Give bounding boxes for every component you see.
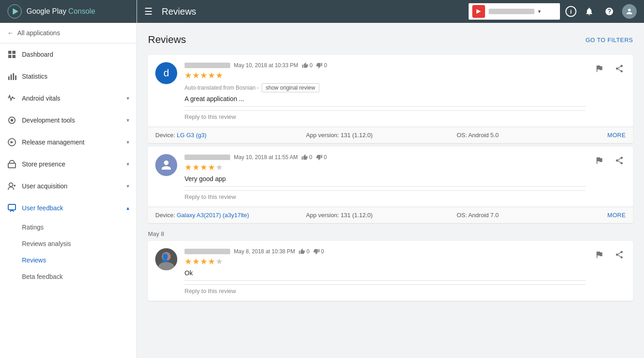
sidebar-item-label: User acquisition bbox=[22, 182, 68, 190]
translation-note: Auto-translated from Bosnian - show orig… bbox=[185, 83, 586, 92]
app-icon bbox=[472, 5, 485, 18]
sidebar-item-release-management[interactable]: Release management ▾ bbox=[0, 131, 137, 153]
review-body: d May 10, 2018 at 10:33 PM 0 bbox=[148, 55, 633, 127]
flag-button[interactable] bbox=[593, 248, 606, 263]
more-button[interactable]: MORE bbox=[607, 212, 626, 219]
thumbs-down-vote: 0 bbox=[316, 154, 327, 160]
date-separator: May 8 bbox=[148, 230, 633, 237]
svg-rect-8 bbox=[13, 73, 14, 80]
review-actions bbox=[593, 248, 626, 263]
avatar bbox=[155, 154, 177, 176]
review-footer: Device: LG G3 (g3) App version: 131 (1.1… bbox=[148, 127, 633, 143]
flag-button[interactable] bbox=[593, 154, 606, 169]
sidebar-item-store-presence[interactable]: Store presence ▾ bbox=[0, 153, 137, 175]
chevron-up-icon: ▴ bbox=[127, 205, 129, 211]
sidebar-item-development-tools[interactable]: Development tools ▾ bbox=[0, 109, 137, 131]
flag-button[interactable] bbox=[593, 62, 606, 77]
svg-marker-1 bbox=[13, 8, 18, 15]
svg-rect-14 bbox=[8, 163, 16, 168]
star-rating: ★★★★★ bbox=[185, 162, 586, 172]
statistics-icon bbox=[7, 72, 16, 81]
sidebar-item-label: Android vitals bbox=[22, 95, 60, 102]
play-store-logo bbox=[7, 4, 22, 19]
star-rating: ★★★★★ bbox=[185, 70, 586, 80]
svg-point-11 bbox=[11, 119, 13, 122]
review-card: 👤 May 8, 2018 at 10:38 PM 0 bbox=[148, 241, 633, 301]
review-date: May 10, 2018 at 10:33 PM bbox=[234, 62, 298, 69]
review-body: May 10, 2018 at 11:55 AM 0 0 bbox=[148, 147, 633, 207]
sidebar-item-user-acquisition[interactable]: User acquisition ▾ bbox=[0, 175, 137, 197]
dropdown-arrow-icon: ▾ bbox=[538, 8, 541, 15]
sidebar-item-label: Dashboard bbox=[22, 51, 53, 58]
reply-link[interactable]: Reply to this review bbox=[185, 190, 586, 203]
sidebar-subitem-reviews-analysis[interactable]: Reviews analysis bbox=[22, 235, 137, 252]
device-info: Device: Galaxy A3(2017) (a3y17lte) bbox=[155, 212, 306, 219]
review-actions bbox=[593, 62, 626, 77]
go-to-filters-link[interactable]: GO TO FILTERS bbox=[586, 37, 633, 43]
svg-rect-2 bbox=[8, 51, 11, 54]
sidebar-item-label: User feedback bbox=[22, 204, 63, 212]
user-feedback-icon bbox=[7, 203, 16, 213]
device-link[interactable]: LG G3 (g3) bbox=[177, 132, 206, 139]
sidebar-header: Google Play Console bbox=[0, 0, 137, 23]
review-top: May 10, 2018 at 11:55 AM 0 0 bbox=[155, 154, 626, 203]
review-text: Very good app bbox=[185, 175, 586, 182]
reviewer-name-blur bbox=[185, 63, 230, 68]
svg-rect-6 bbox=[8, 76, 10, 80]
svg-rect-16 bbox=[8, 204, 16, 210]
dev-tools-icon bbox=[7, 116, 16, 125]
reply-link[interactable]: Reply to this review bbox=[185, 110, 586, 123]
review-content: May 10, 2018 at 10:33 PM 0 0 bbox=[185, 62, 586, 123]
review-card: d May 10, 2018 at 10:33 PM 0 bbox=[148, 55, 633, 143]
help-icon[interactable] bbox=[602, 4, 617, 19]
svg-point-15 bbox=[9, 183, 13, 187]
user-feedback-subitems: Ratings Reviews analysis Reviews Beta fe… bbox=[0, 219, 137, 285]
sidebar-item-android-vitals[interactable]: Android vitals ▾ bbox=[0, 87, 137, 109]
review-meta: May 10, 2018 at 10:33 PM 0 0 bbox=[185, 62, 586, 69]
show-original-button[interactable]: show original review bbox=[262, 83, 319, 92]
review-meta: May 8, 2018 at 10:38 PM 0 0 bbox=[185, 248, 586, 255]
sidebar-item-label: Store presence bbox=[22, 160, 65, 168]
menu-icon[interactable]: ☰ bbox=[144, 6, 153, 17]
review-votes: 0 0 bbox=[301, 154, 327, 160]
chevron-down-icon: ▾ bbox=[127, 139, 129, 145]
user-avatar[interactable] bbox=[622, 4, 637, 19]
review-text: A great application ... bbox=[185, 95, 586, 102]
sidebar-item-user-feedback[interactable]: User feedback ▴ bbox=[0, 197, 137, 219]
share-button[interactable] bbox=[613, 62, 626, 77]
chevron-down-icon: ▾ bbox=[127, 117, 129, 123]
review-text: Ok bbox=[185, 269, 586, 277]
android-vitals-icon bbox=[7, 94, 16, 103]
reply-link[interactable]: Reply to this review bbox=[185, 284, 586, 297]
info-icon[interactable]: i bbox=[565, 6, 576, 17]
more-button[interactable]: MORE bbox=[607, 132, 626, 139]
sidebar-item-statistics[interactable]: Statistics bbox=[0, 65, 137, 87]
thumbs-up-vote: 0 bbox=[302, 62, 313, 69]
back-to-all-apps[interactable]: ← All applications bbox=[0, 23, 137, 43]
review-top: 👤 May 8, 2018 at 10:38 PM 0 bbox=[155, 248, 626, 297]
svg-rect-3 bbox=[12, 51, 16, 54]
chevron-down-icon: ▾ bbox=[127, 95, 129, 102]
sidebar-item-label: Release management bbox=[22, 139, 84, 146]
sidebar-subitem-reviews[interactable]: Reviews bbox=[22, 252, 137, 268]
share-button[interactable] bbox=[613, 248, 626, 263]
notifications-icon[interactable] bbox=[582, 4, 596, 19]
sidebar-subitem-ratings[interactable]: Ratings bbox=[22, 219, 137, 235]
review-content: May 10, 2018 at 11:55 AM 0 0 bbox=[185, 154, 586, 203]
review-date: May 10, 2018 at 11:55 AM bbox=[234, 154, 298, 160]
share-button[interactable] bbox=[613, 154, 626, 169]
device-link[interactable]: Galaxy A3(2017) (a3y17lte) bbox=[177, 212, 249, 219]
app-selector[interactable]: ▾ bbox=[469, 3, 560, 20]
thumbs-up-vote: 0 bbox=[301, 154, 312, 160]
user-acquisition-icon bbox=[7, 182, 16, 191]
page-header: Reviews GO TO FILTERS bbox=[148, 34, 633, 46]
svg-rect-5 bbox=[12, 55, 16, 58]
review-votes: 0 0 bbox=[302, 62, 327, 69]
review-date: May 8, 2018 at 10:38 PM bbox=[234, 248, 295, 255]
release-icon bbox=[7, 138, 16, 147]
dashboard-icon bbox=[7, 50, 16, 59]
os-info: OS: Android 7.0 bbox=[457, 212, 607, 219]
sidebar-subitem-beta-feedback[interactable]: Beta feedback bbox=[22, 268, 137, 285]
sidebar: Google Play Console ← All applications D… bbox=[0, 0, 137, 358]
sidebar-item-dashboard[interactable]: Dashboard bbox=[0, 43, 137, 65]
